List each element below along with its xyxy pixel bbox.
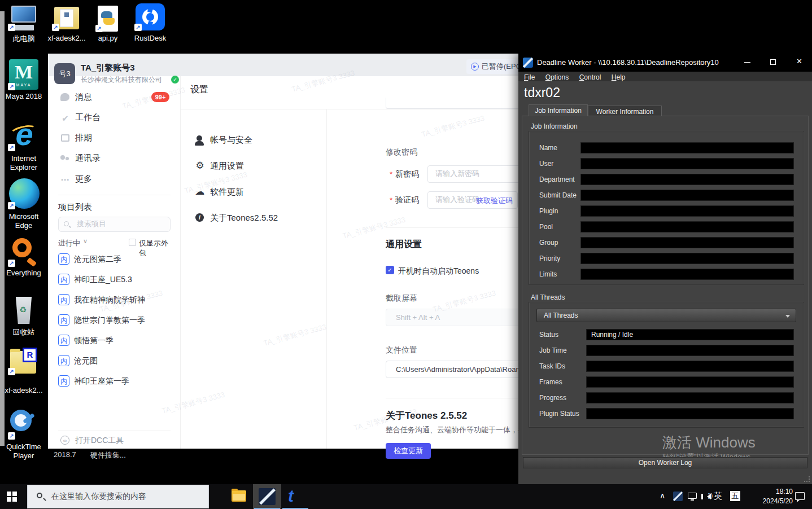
desktop-icon-xf-adesk[interactable]: ↗ xf-adesk2...: [51, 5, 82, 44]
outsourcing-checkbox[interactable]: [129, 239, 136, 246]
project-search-box[interactable]: [58, 217, 171, 232]
verified-badge-icon: ✓: [171, 76, 179, 84]
sidebar-item-workbench[interactable]: ✔ 工作台: [48, 112, 181, 125]
settings-nav-general[interactable]: ⚙ 通用设置: [195, 160, 319, 174]
search-icon: [37, 493, 42, 498]
tray-volume-icon[interactable]: [707, 494, 711, 499]
field-label: Priority: [539, 254, 560, 262]
tray-network-icon[interactable]: [688, 493, 697, 499]
sidebar-item-contacts[interactable]: 通讯录: [48, 152, 181, 166]
tray-deadline-icon[interactable]: [673, 492, 683, 501]
desktop-icon-quicktime[interactable]: ↗ QuickTime Player: [8, 410, 40, 462]
field-label: Plugin: [539, 207, 558, 215]
taskbar-teones[interactable]: t: [281, 484, 309, 509]
folder-doc-mark: [64, 12, 69, 17]
deadline-app-icon: [523, 58, 533, 68]
get-code-link[interactable]: 获取验证码: [476, 196, 513, 206]
tray-ime-indicator[interactable]: 五: [730, 491, 740, 501]
tray-clock[interactable]: 18:10 2024/5/20: [746, 487, 793, 506]
cloud-upload-icon: ☁: [195, 186, 205, 198]
settings-nav-account[interactable]: 帐号与安全: [195, 134, 319, 148]
link-icon: ∞: [60, 436, 69, 445]
desktop-icon-recycle-bin[interactable]: ♻ 回收站: [8, 295, 40, 337]
menu-file[interactable]: File: [524, 73, 535, 81]
chevron-down-icon: [785, 315, 790, 318]
desktop-icon-maya[interactable]: M MAYA ↗ Maya 2018: [8, 59, 40, 102]
field-label: Progress: [539, 394, 566, 402]
desktop-icon-this-pc[interactable]: ↗ 此电脑: [10, 5, 37, 44]
tray-chevron-up-icon[interactable]: ∧: [660, 491, 665, 500]
project-item[interactable]: 内 神印王座第一季: [58, 375, 177, 389]
project-item[interactable]: 内 沧元图: [58, 355, 177, 368]
menu-control[interactable]: Control: [579, 73, 601, 81]
threads-dropdown[interactable]: All Threads: [536, 309, 796, 322]
project-name: 沧元图: [74, 356, 98, 366]
project-search-input[interactable]: [76, 219, 166, 229]
taskbar-deadline[interactable]: [253, 484, 281, 509]
taskbar-file-explorer[interactable]: [225, 484, 253, 509]
desktop-icon-everything[interactable]: ↗ Everything: [8, 237, 40, 280]
sidebar-item-schedule[interactable]: 排期: [48, 132, 181, 146]
tray-notification-icon[interactable]: [795, 492, 805, 500]
resize-grip[interactable]: [804, 476, 810, 482]
desktop-icon-api-py[interactable]: ↗ api.py: [93, 5, 123, 44]
menu-options[interactable]: Options: [545, 73, 569, 81]
settings-nav-update[interactable]: ☁ 软件更新: [195, 186, 319, 200]
unread-count-badge: 99+: [151, 92, 169, 102]
close-button[interactable]: ✕: [796, 57, 802, 65]
open-worker-log-button[interactable]: Open Worker Log: [523, 457, 807, 468]
field-value-plugin-status: [586, 408, 794, 419]
project-item[interactable]: 内 顿悟第一季: [58, 335, 177, 348]
status-value: Running / Idle: [591, 331, 633, 339]
settings-nav-label: 软件更新: [210, 187, 244, 198]
required-asterisk: *: [390, 196, 392, 204]
new-password-input[interactable]: [434, 169, 530, 178]
tray-language-indicator[interactable]: 英: [714, 491, 722, 502]
menu-help[interactable]: Help: [612, 73, 626, 81]
desktop-icon-label: Maya 2018: [0, 92, 47, 100]
settings-title: 设置: [190, 84, 208, 96]
this-pc-keyboard: [14, 25, 34, 30]
project-item[interactable]: 内 神印王座_UE5.3: [58, 274, 177, 287]
field-value-progress: [586, 392, 794, 403]
threads-dropdown-value: All Threads: [544, 311, 578, 319]
paused-status-badge[interactable]: ▶ 已暂停(EPC: [466, 59, 518, 74]
check-update-button[interactable]: 检查更新: [386, 443, 431, 459]
capture-shortcut-value: Shift + Alt + A: [396, 313, 440, 322]
project-item[interactable]: 内 沧元图第二季: [58, 253, 177, 267]
project-name: 隐世宗门掌教第一季: [74, 315, 145, 326]
desktop-icon-xf-adesk-2[interactable]: R ↗ xf-adesk2...: [8, 348, 40, 396]
tab-job-information[interactable]: Job Information: [529, 104, 588, 116]
project-item[interactable]: 内 我在精神病院学斩神: [58, 294, 177, 308]
minimize-button[interactable]: [744, 62, 750, 63]
maximize-button[interactable]: [770, 59, 776, 65]
deadline-titlebar[interactable]: Deadline Worker - \\10.168.30.11\Deadlin…: [518, 54, 812, 72]
taskbar-search-input[interactable]: [50, 491, 197, 501]
open-dcc-tools-button[interactable]: ∞ 打开DCC工具: [60, 435, 173, 446]
taskbar-search-box[interactable]: [27, 485, 209, 508]
status-filter-dropdown[interactable]: 进行中: [58, 238, 80, 248]
sidebar-item-more[interactable]: ⋯ 更多: [48, 173, 181, 187]
settings-nav-about[interactable]: i 关于Teones2.5.52: [195, 212, 319, 226]
project-item[interactable]: 内 隐世宗门掌教第一季: [58, 314, 177, 328]
account-name: TA_引擎账号3: [81, 63, 135, 73]
field-label: Group: [539, 239, 558, 247]
autostart-checkbox[interactable]: ✓: [386, 266, 394, 274]
sidebar-item-messages[interactable]: 消息 99+: [48, 91, 181, 105]
sidebar-item-label: 消息: [75, 92, 92, 103]
gear-icon: ⚙: [195, 160, 205, 172]
desktop-icon-edge[interactable]: ↗ Microsoft Edge: [8, 178, 40, 230]
file-location-label: 文件位置: [386, 345, 417, 356]
open-dcc-tools-label: 打开DCC工具: [75, 436, 124, 446]
sidebar-item-label: 排期: [75, 133, 92, 143]
play-circle-icon: ▶: [471, 63, 479, 71]
desktop-icon-ie[interactable]: e ↗ Internet Explorer: [8, 120, 40, 171]
tab-worker-information[interactable]: Worker Information: [588, 106, 662, 116]
desktop-icon-rustdesk[interactable]: ↗ RustDesk: [134, 2, 166, 44]
project-name: 我在精神病院学斩神: [74, 295, 145, 305]
shortcut-arrow-icon: ↗: [8, 202, 15, 209]
avatar[interactable]: 号3: [54, 63, 75, 84]
start-button[interactable]: [7, 492, 17, 502]
python-logo-yellow: [103, 18, 115, 25]
tab-label: Worker Information: [596, 108, 654, 116]
